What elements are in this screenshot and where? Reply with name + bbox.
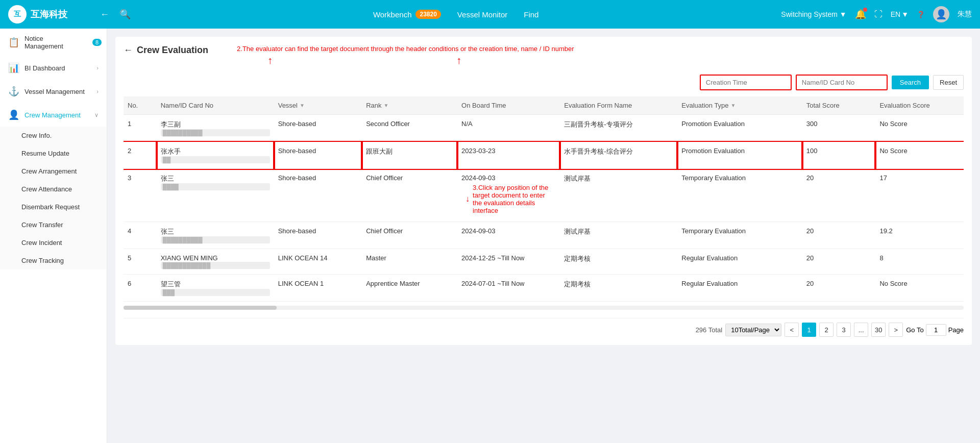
search-button[interactable]: Search <box>892 76 929 89</box>
workbench-badge: 23820 <box>415 10 440 19</box>
cell-name: 张水手 ██ <box>157 142 274 169</box>
cell-no: 2 <box>124 142 157 169</box>
search-nav-icon[interactable]: 🔍 <box>119 9 131 20</box>
th-rank[interactable]: Rank ▼ <box>362 96 457 115</box>
back-nav-icon[interactable]: ← <box>100 9 109 20</box>
crew-icon: 👤 <box>8 109 19 120</box>
filter-row: Search Reset <box>124 75 964 90</box>
cell-no: 5 <box>124 249 157 275</box>
fullscreen-icon[interactable]: ⛶ <box>874 10 883 19</box>
sidebar-item-crew[interactable]: 👤 Crew Management ∨ <box>0 103 107 127</box>
nav-right: Switching System ▼ 🔔 ⛶ EN ▼ ❓ 👤 朱慧 <box>781 6 972 22</box>
table-row[interactable]: 6 望三管 ███ LINK OCEAN 1 Apprentice Master… <box>124 275 964 302</box>
cell-score: No Score <box>875 142 964 169</box>
cell-rank: Second Officer <box>362 115 457 142</box>
table-row[interactable]: 5 XIANG WEN MING ████████████ LINK OCEAN… <box>124 249 964 275</box>
vessel-monitor-nav-item[interactable]: Vessel Monitor <box>457 10 507 19</box>
cell-vessel: Shore-based <box>274 142 362 169</box>
table-body: 1 李三副 ██████████ Shore-based Second Offi… <box>124 115 964 302</box>
cell-name: 张三 ████ <box>157 169 274 222</box>
sidebar-item-bi[interactable]: 📊 BI Dashboard › <box>0 56 107 80</box>
sidebar-item-crew-info[interactable]: Crew Info. <box>0 127 107 144</box>
per-page-select[interactable]: 10Total/Page 20Total/Page 50Total/Page <box>725 324 781 336</box>
cell-vessel: Shore-based <box>274 115 362 142</box>
page-button-2[interactable]: 2 <box>819 323 834 337</box>
sidebar-item-disembark-request[interactable]: Disembark Request <box>0 198 107 216</box>
prev-page-button[interactable]: < <box>785 323 799 337</box>
goto-page-input[interactable] <box>926 324 946 336</box>
th-type[interactable]: Evaluation Type ▼ <box>677 96 802 115</box>
cell-form: 测试岸基 <box>560 169 677 222</box>
per-page-selector[interactable]: 10Total/Page 20Total/Page 50Total/Page <box>725 324 781 336</box>
find-nav-item[interactable]: Find <box>524 10 538 19</box>
next-page-button[interactable]: > <box>889 323 903 337</box>
user-name: 朱慧 <box>958 10 972 19</box>
crew-chevron-icon: ∨ <box>94 112 99 118</box>
reset-button[interactable]: Reset <box>933 75 964 90</box>
sidebar-item-crew-attendance[interactable]: Crew Attendance <box>0 180 107 198</box>
th-total: Total Score <box>802 96 876 115</box>
cell-total: 300 <box>802 115 876 142</box>
sidebar-item-resume-update[interactable]: Resume Update <box>0 144 107 162</box>
cell-total: 100 <box>802 142 876 169</box>
cell-form: 水手晋升考核-综合评分 <box>560 142 677 169</box>
arrow-up-left: ↑ <box>267 55 273 66</box>
switching-system-button[interactable]: Switching System ▼ <box>781 10 846 18</box>
type-sort-icon: ▼ <box>731 103 736 108</box>
cell-type: Promotion Evaluation <box>677 142 802 169</box>
cell-name: 李三副 ██████████ <box>157 115 274 142</box>
sidebar-item-crew-tracking[interactable]: Crew Tracking <box>0 252 107 269</box>
cell-name: 张三 ██████████ <box>157 222 274 249</box>
name-id-input[interactable] <box>796 75 888 90</box>
page-label: Page <box>948 326 964 334</box>
cell-no: 3 <box>124 169 157 222</box>
notification-bell-icon[interactable]: 🔔 <box>855 9 866 20</box>
sidebar-item-crew-transfer[interactable]: Crew Transfer <box>0 216 107 234</box>
th-form: Evaluation Form Name <box>560 96 677 115</box>
th-onboard: On Board Time <box>457 96 560 115</box>
bi-icon: 📊 <box>8 62 19 73</box>
cell-score: No Score <box>875 115 964 142</box>
cell-form: 测试岸基 <box>560 222 677 249</box>
sidebar-item-crew-arrangement[interactable]: Crew Arrangement <box>0 162 107 180</box>
vessel-chevron-icon: › <box>96 88 99 94</box>
page-back-button[interactable]: ← Crew Evaluation <box>124 45 208 56</box>
rank-sort-icon: ▼ <box>384 103 389 108</box>
notice-icon: 📋 <box>8 37 19 48</box>
notice-badge: 8 <box>92 39 102 46</box>
page-button-30[interactable]: 30 <box>871 323 886 337</box>
help-icon[interactable]: ❓ <box>917 11 925 18</box>
cell-vessel: Shore-based <box>274 222 362 249</box>
bi-chevron-icon: › <box>96 65 99 71</box>
notice-sub-label: Management <box>24 42 63 50</box>
th-name: Name/ID Card No <box>157 96 274 115</box>
creation-time-input[interactable] <box>700 75 792 90</box>
cell-no: 6 <box>124 275 157 302</box>
cell-score: 17 <box>875 169 964 222</box>
vessel-icon: ⚓ <box>8 86 19 97</box>
cell-type: Promotion Evaluation <box>677 115 802 142</box>
horizontal-scrollbar[interactable] <box>124 304 964 312</box>
cell-rank: 跟班大副 <box>362 142 457 169</box>
arrow-up-right: ↑ <box>456 55 461 66</box>
cell-no: 1 <box>124 115 157 142</box>
page-button-3[interactable]: 3 <box>837 323 851 337</box>
sidebar-item-notice[interactable]: 📋 Notice Management 8 <box>0 29 107 56</box>
page-button-1[interactable]: 1 <box>802 323 816 337</box>
table-row[interactable]: 4 张三 ██████████ Shore-based Chief Office… <box>124 222 964 249</box>
table-row[interactable]: 1 李三副 ██████████ Shore-based Second Offi… <box>124 115 964 142</box>
table-row[interactable]: 2 张水手 ██ Shore-based 跟班大副 2023-03-23 水手晋… <box>124 142 964 169</box>
goto-area: Go To Page <box>906 324 964 336</box>
user-avatar: 👤 <box>933 6 949 22</box>
back-arrow-icon[interactable]: ← <box>124 45 133 56</box>
table-row[interactable]: 3 张三 ████ Shore-based Chief Officer 2024… <box>124 169 964 222</box>
notification-dot <box>863 8 867 12</box>
cell-total: 20 <box>802 169 876 222</box>
sidebar-item-crew-incident[interactable]: Crew Incident <box>0 234 107 252</box>
sidebar-item-vessel[interactable]: ⚓ Vessel Management › <box>0 80 107 103</box>
workbench-nav-item[interactable]: Workbench 23820 <box>373 10 441 19</box>
cell-form: 定期考核 <box>560 249 677 275</box>
language-selector[interactable]: EN ▼ <box>891 10 909 18</box>
th-vessel[interactable]: Vessel ▼ <box>274 96 362 115</box>
page-title: Crew Evaluation <box>137 45 208 56</box>
